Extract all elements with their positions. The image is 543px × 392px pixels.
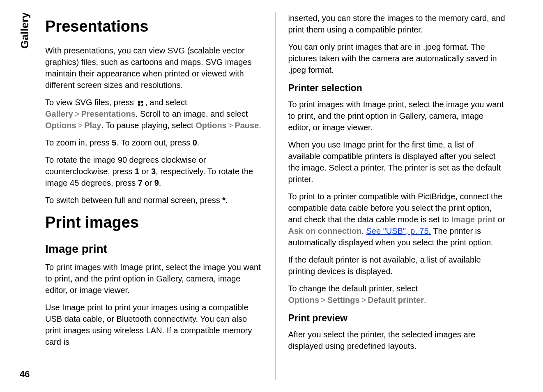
key-3: 3: [151, 167, 156, 176]
left-column: Presentations With presentations, you ca…: [45, 12, 276, 380]
text: or: [495, 215, 505, 224]
key-7: 7: [138, 178, 143, 187]
memory-card-note: inserted, you can store the images to th…: [288, 12, 506, 35]
text: To zoom in, press: [45, 138, 112, 147]
ui-options: Options: [288, 295, 320, 304]
heading-printer-selection: Printer selection: [288, 81, 506, 95]
link-see-usb[interactable]: See "USB", p. 75.: [366, 226, 431, 235]
ui-play: Play: [84, 121, 101, 130]
text: . Scroll to an image, and select: [136, 109, 248, 118]
ui-presentations: Presentations: [81, 109, 136, 118]
view-svg-instructions: To view SVG files, press , and select Ga…: [45, 97, 263, 131]
heading-presentations: Presentations: [45, 16, 263, 37]
ui-options: Options: [196, 121, 227, 130]
section-label: Gallery: [18, 12, 31, 48]
text: .: [361, 226, 366, 235]
ui-pause: Pause: [235, 121, 259, 130]
page-content: Presentations With presentations, you ca…: [45, 12, 518, 380]
subheading-image-print: Image print: [45, 241, 263, 257]
default-printer-unavailable: If the default printer is not available,…: [288, 254, 506, 277]
ui-default-printer: Default printer: [368, 295, 424, 304]
text: To view SVG files, press: [45, 98, 136, 107]
separator: >: [321, 295, 326, 304]
key-5: 5: [112, 138, 116, 147]
change-default-printer: To change the default printer, select Op…: [288, 283, 506, 306]
ui-settings: Settings: [327, 295, 360, 304]
text: . To zoom out, press: [116, 138, 192, 147]
ui-ask-on-connection: Ask on connection: [288, 226, 362, 235]
jpeg-note: You can only print images that are in .j…: [288, 41, 506, 76]
separator: >: [78, 121, 83, 130]
ui-image-print: Image print: [451, 215, 495, 224]
heading-print-images: Print images: [45, 212, 263, 233]
key-1: 1: [135, 167, 139, 176]
heading-print-preview: Print preview: [288, 311, 506, 325]
presentations-intro: With presentations, you can view SVG (sc…: [45, 45, 263, 91]
right-column: inserted, you can store the images to th…: [276, 12, 519, 380]
text: , and select: [145, 98, 187, 107]
text: or: [143, 178, 154, 187]
print-preview-text: After you select the printer, the select…: [288, 329, 506, 352]
image-print-intro: To print images with Image print, select…: [45, 261, 263, 296]
key-star: *: [222, 196, 225, 205]
text: To change the default printer, select: [288, 284, 418, 293]
sidebar: Gallery 46: [12, 12, 37, 380]
page-number: 46: [20, 369, 30, 380]
menu-key-icon: [137, 99, 144, 107]
key-0: 0: [193, 138, 197, 147]
pictbridge-instructions: To print to a printer compatible with Pi…: [288, 191, 506, 248]
separator: >: [361, 295, 366, 304]
rotate-instructions: To rotate the image 90 degrees clockwise…: [45, 154, 263, 189]
zoom-instructions: To zoom in, press 5. To zoom out, press …: [45, 137, 263, 148]
key-9: 9: [154, 178, 159, 187]
text: To switch between full and normal screen…: [45, 196, 222, 205]
separator: >: [228, 121, 233, 130]
first-time-printer: When you use Image print for the first t…: [288, 139, 506, 185]
image-print-usage: Use Image print to print your images usi…: [45, 302, 263, 348]
text: or: [139, 167, 151, 176]
text: . To pause playing, select: [101, 121, 196, 130]
fullscreen-instructions: To switch between full and normal screen…: [45, 194, 263, 206]
separator: >: [75, 109, 80, 118]
ui-gallery: Gallery: [45, 109, 73, 118]
ui-options: Options: [45, 121, 76, 130]
printer-selection-intro: To print images with Image print, select…: [288, 99, 506, 133]
